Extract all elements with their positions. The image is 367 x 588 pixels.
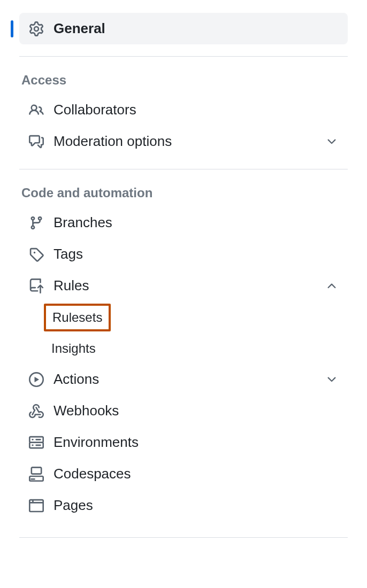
sidebar-item-label: Rules <box>53 277 316 294</box>
people-icon <box>29 103 44 118</box>
sidebar-item-rules[interactable]: Rules <box>19 270 348 301</box>
comment-discussion-icon <box>29 134 44 149</box>
sidebar-subitem-insights[interactable]: Insights <box>44 336 103 361</box>
divider <box>19 56 348 57</box>
codespaces-icon <box>29 467 44 482</box>
divider <box>19 537 348 538</box>
browser-icon <box>29 498 44 513</box>
sidebar-item-environments[interactable]: Environments <box>19 427 348 458</box>
sidebar-item-pages[interactable]: Pages <box>19 490 348 521</box>
sidebar-item-tags[interactable]: Tags <box>19 238 348 270</box>
repo-push-icon <box>29 278 44 293</box>
sidebar-item-moderation[interactable]: Moderation options <box>19 126 348 157</box>
sidebar-item-actions[interactable]: Actions <box>19 363 348 395</box>
selected-indicator <box>11 20 13 37</box>
sidebar-item-general[interactable]: General <box>19 13 348 44</box>
sidebar-item-label: Environments <box>53 434 338 451</box>
sidebar-item-label: Tags <box>53 246 338 262</box>
section-heading-access: Access <box>19 73 348 94</box>
sidebar-item-label: Webhooks <box>53 403 338 419</box>
sidebar-item-collaborators[interactable]: Collaborators <box>19 94 348 126</box>
sidebar-item-label: Pages <box>53 497 338 514</box>
sidebar-item-label: General <box>53 20 338 37</box>
sidebar-item-webhooks[interactable]: Webhooks <box>19 395 348 427</box>
sidebar-item-codespaces[interactable]: Codespaces <box>19 458 348 490</box>
gear-icon <box>29 21 44 36</box>
chevron-up-icon <box>325 280 338 292</box>
server-icon <box>29 435 44 450</box>
sidebar-item-label: Collaborators <box>53 102 338 118</box>
sidebar-item-label: Moderation options <box>53 133 316 150</box>
sidebar-subitem-rulesets[interactable]: Rulesets <box>44 304 111 331</box>
chevron-down-icon <box>325 373 338 386</box>
sidebar-item-branches[interactable]: Branches <box>19 207 348 238</box>
sidebar-item-label: Actions <box>53 371 316 388</box>
git-branch-icon <box>29 215 44 230</box>
section-heading-code: Code and automation <box>19 185 348 207</box>
sidebar-item-label: Codespaces <box>53 466 338 482</box>
chevron-down-icon <box>325 135 338 148</box>
play-icon <box>29 372 44 387</box>
tag-icon <box>29 247 44 262</box>
webhook-icon <box>29 404 44 419</box>
divider <box>19 169 348 169</box>
sidebar-item-label: Branches <box>53 214 338 231</box>
